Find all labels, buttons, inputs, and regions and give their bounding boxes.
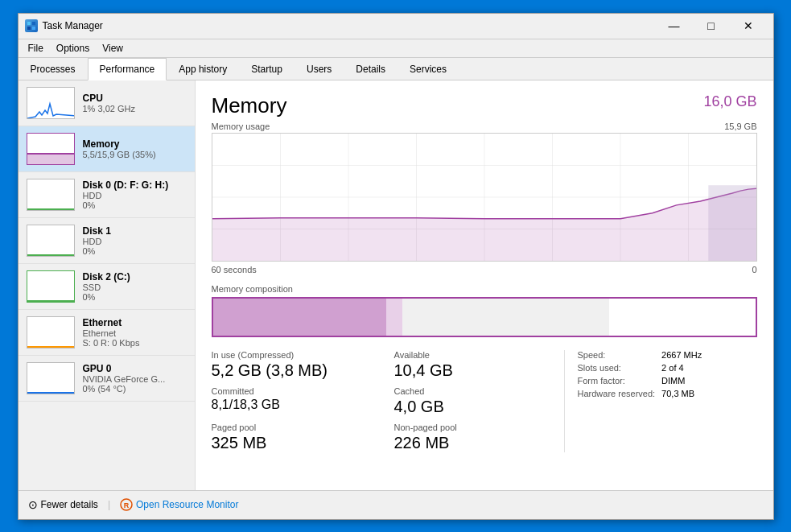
disk2-label: Disk 2 (C:) bbox=[83, 271, 187, 282]
svg-text:R: R bbox=[124, 501, 130, 509]
gpu0-usage: 0% (54 °C) bbox=[83, 384, 187, 394]
tab-services[interactable]: Services bbox=[398, 58, 459, 80]
sidebar-item-disk1[interactable]: Disk 1 HDD 0% bbox=[19, 218, 195, 264]
reserved-label: Hardware reserved: bbox=[578, 389, 656, 398]
maximize-button[interactable]: □ bbox=[693, 13, 730, 39]
disk1-label: Disk 1 bbox=[83, 225, 187, 237]
slots-value: 2 of 4 bbox=[661, 363, 756, 373]
gpu0-thumbnail bbox=[27, 362, 75, 394]
comp-free bbox=[609, 299, 756, 336]
nonpaged-value: 226 MB bbox=[394, 434, 564, 452]
composition-label: Memory composition bbox=[212, 284, 757, 294]
nonpaged-stat: Non-paged pool 226 MB bbox=[394, 423, 564, 452]
resource-monitor-link[interactable]: R Open Resource Monitor bbox=[120, 498, 238, 511]
resource-monitor-label[interactable]: Open Resource Monitor bbox=[136, 499, 238, 510]
chart-time-left: 60 seconds bbox=[212, 265, 257, 274]
memory-thumbnail bbox=[27, 133, 75, 165]
memory-info: Memory 5,5/15,9 GB (35%) bbox=[83, 138, 187, 159]
task-manager-window: Task Manager — □ ✕ File Options View Pro… bbox=[18, 13, 774, 520]
disk1-thumbnail bbox=[27, 225, 75, 257]
cpu-thumbnail bbox=[27, 87, 75, 119]
committed-value: 8,1/18,3 GB bbox=[212, 398, 381, 412]
cached-label: Cached bbox=[394, 386, 564, 396]
menu-view[interactable]: View bbox=[96, 41, 130, 56]
ethernet-info: Ethernet Ethernet S: 0 R: 0 Kbps bbox=[83, 317, 187, 348]
disk1-usage: 0% bbox=[83, 246, 187, 256]
tab-app-history[interactable]: App history bbox=[167, 58, 239, 80]
right-stats-grid: Speed: 2667 MHz Slots used: 2 of 4 Form … bbox=[578, 350, 757, 398]
sidebar: CPU 1% 3,02 GHz Memory 5,5/15,9 GB (35%) bbox=[19, 80, 196, 490]
gpu0-label: GPU 0 bbox=[83, 363, 187, 374]
memory-chart bbox=[212, 133, 757, 262]
ethernet-label: Ethernet bbox=[83, 317, 187, 328]
left-stats-grid: In use (Compressed) 5,2 GB (3,8 MB) Avai… bbox=[212, 350, 564, 452]
resource-monitor-icon: R bbox=[120, 498, 133, 511]
svg-rect-15 bbox=[708, 185, 756, 261]
svg-rect-3 bbox=[32, 27, 35, 30]
disk0-info: Disk 0 (D: F: G: H:) HDD 0% bbox=[83, 179, 187, 210]
available-label: Available bbox=[394, 350, 564, 360]
chart-time: 60 seconds 0 bbox=[212, 265, 757, 274]
cached-stat: Cached 4,0 GB bbox=[394, 386, 564, 416]
paged-stat: Paged pool 325 MB bbox=[212, 423, 381, 452]
svg-rect-0 bbox=[27, 22, 31, 25]
committed-label: Committed bbox=[212, 386, 381, 396]
menu-bar: File Options View bbox=[19, 39, 773, 58]
sidebar-item-gpu0[interactable]: GPU 0 NVIDIA GeForce G... 0% (54 °C) bbox=[19, 356, 195, 402]
cpu-label: CPU bbox=[83, 93, 187, 104]
nonpaged-label: Non-paged pool bbox=[394, 423, 564, 432]
left-stats: In use (Compressed) 5,2 GB (3,8 MB) Avai… bbox=[212, 350, 564, 452]
comp-inuse bbox=[213, 299, 387, 336]
footer-divider: | bbox=[108, 499, 110, 510]
main-header: Memory 16,0 GB bbox=[212, 93, 757, 118]
available-stat: Available 10,4 GB bbox=[394, 350, 564, 380]
menu-file[interactable]: File bbox=[22, 41, 50, 56]
gpu0-type: NVIDIA GeForce G... bbox=[83, 374, 187, 384]
sidebar-item-memory[interactable]: Memory 5,5/15,9 GB (35%) bbox=[19, 126, 195, 172]
speed-value: 2667 MHz bbox=[661, 350, 756, 360]
window-controls: — □ ✕ bbox=[656, 13, 767, 39]
speed-label: Speed: bbox=[578, 350, 656, 360]
inuse-label: In use (Compressed) bbox=[212, 350, 381, 360]
chart-usage-label: Memory usage bbox=[212, 122, 270, 131]
sidebar-item-ethernet[interactable]: Ethernet Ethernet S: 0 R: 0 Kbps bbox=[19, 310, 195, 356]
tab-details[interactable]: Details bbox=[344, 58, 398, 80]
disk0-thumbnail bbox=[27, 179, 75, 211]
chart-label: Memory usage 15,9 GB bbox=[212, 122, 757, 131]
stats-area: In use (Compressed) 5,2 GB (3,8 MB) Avai… bbox=[212, 350, 757, 452]
disk2-info: Disk 2 (C:) SSD 0% bbox=[83, 271, 187, 302]
disk2-type: SSD bbox=[83, 282, 187, 292]
inuse-value: 5,2 GB (3,8 MB) bbox=[212, 361, 381, 380]
memory-sublabel: 5,5/15,9 GB (35%) bbox=[83, 150, 187, 159]
minimize-button[interactable]: — bbox=[656, 13, 693, 39]
close-button[interactable]: ✕ bbox=[730, 13, 767, 39]
chart-time-right: 0 bbox=[752, 265, 756, 274]
tab-performance[interactable]: Performance bbox=[88, 58, 167, 80]
slots-label: Slots used: bbox=[578, 363, 656, 373]
sidebar-item-cpu[interactable]: CPU 1% 3,02 GHz bbox=[19, 80, 195, 126]
tab-startup[interactable]: Startup bbox=[239, 58, 295, 80]
window-title: Task Manager bbox=[43, 20, 656, 31]
tab-processes[interactable]: Processes bbox=[19, 58, 88, 80]
fewer-details-icon: ⊙ bbox=[28, 498, 38, 511]
disk0-type: HDD bbox=[83, 191, 187, 200]
cpu-sublabel: 1% 3,02 GHz bbox=[83, 104, 187, 113]
sidebar-item-disk2[interactable]: Disk 2 (C:) SSD 0% bbox=[19, 264, 195, 310]
title-bar: Task Manager — □ ✕ bbox=[19, 14, 773, 39]
menu-options[interactable]: Options bbox=[50, 41, 96, 56]
svg-rect-2 bbox=[27, 27, 31, 30]
main-title: Memory bbox=[212, 93, 287, 118]
cpu-info: CPU 1% 3,02 GHz bbox=[83, 93, 187, 113]
reserved-value: 70,3 MB bbox=[661, 389, 756, 398]
right-stats: Speed: 2667 MHz Slots used: 2 of 4 Form … bbox=[564, 350, 757, 452]
disk0-usage: 0% bbox=[83, 200, 187, 210]
fewer-details-button[interactable]: ⊙ Fewer details bbox=[28, 498, 98, 511]
ethernet-type: Ethernet bbox=[83, 328, 187, 338]
main-panel: Memory 16,0 GB Memory usage 15,9 GB bbox=[196, 80, 773, 490]
committed-stat: Committed 8,1/18,3 GB bbox=[212, 386, 381, 416]
form-value: DIMM bbox=[661, 376, 756, 386]
sidebar-item-disk0[interactable]: Disk 0 (D: F: G: H:) HDD 0% bbox=[19, 172, 195, 218]
content-area: CPU 1% 3,02 GHz Memory 5,5/15,9 GB (35%) bbox=[19, 80, 773, 490]
tab-users[interactable]: Users bbox=[295, 58, 344, 80]
paged-label: Paged pool bbox=[212, 423, 381, 432]
